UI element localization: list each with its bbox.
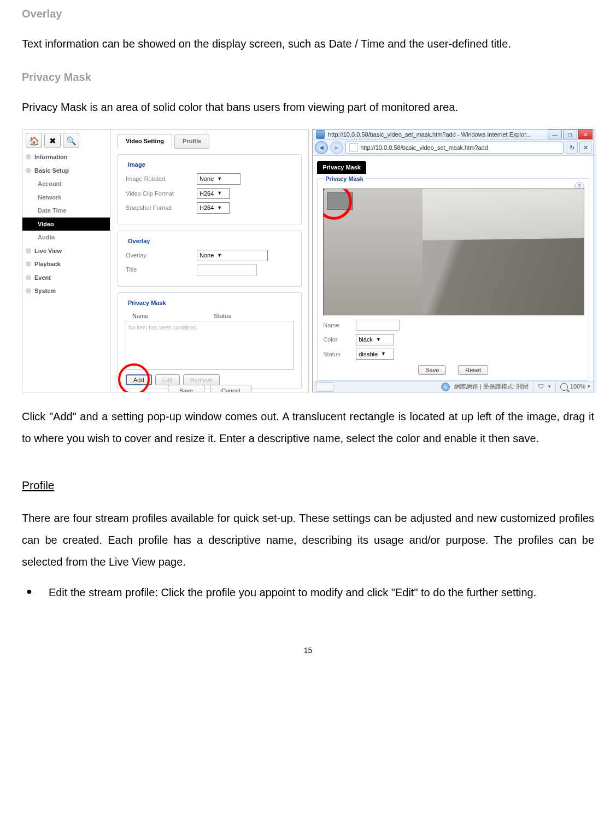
- back-button[interactable]: ◄: [315, 141, 328, 154]
- pm-save-button[interactable]: Save: [418, 365, 446, 375]
- security-icon: 🛡: [538, 382, 544, 391]
- chevron-down-icon: ▼: [381, 350, 386, 358]
- empty-message: No item has been contained.: [128, 325, 198, 331]
- pm-reset-button[interactable]: Reset: [458, 365, 488, 375]
- mask-status-col: Status: [214, 312, 231, 321]
- sidebar-item-network[interactable]: Network: [22, 191, 110, 204]
- sidebar-label: Audio: [38, 233, 55, 242]
- tools-button[interactable]: ✖: [44, 133, 61, 148]
- address-field[interactable]: http://10.0.0.58/basic_video_set_mask.ht…: [345, 142, 564, 154]
- status-pane-icon: [316, 382, 333, 392]
- sidebar-label: System: [34, 286, 56, 296]
- select-value: H264: [200, 203, 214, 213]
- add-button[interactable]: Add: [126, 374, 152, 385]
- camera-preview[interactable]: [323, 189, 584, 315]
- bullet-icon: ●: [26, 584, 32, 600]
- mask-legend: Privacy Mask: [126, 298, 168, 308]
- sidebar-label: Playback: [34, 260, 61, 269]
- sidebar-item-account[interactable]: Account: [22, 177, 110, 191]
- sidebar-item-date-time[interactable]: Date Time: [22, 204, 110, 218]
- select-value: None: [200, 251, 214, 260]
- pm-name-input[interactable]: [356, 320, 400, 331]
- sidebar-item-information[interactable]: Information: [22, 150, 110, 164]
- sidebar-label: Network: [38, 193, 61, 202]
- privacy-mask-fieldset: Privacy Mask ? Name C: [317, 178, 589, 381]
- overlay-fieldset: Overlay Overlay None▼ Title: [118, 231, 302, 287]
- home-button[interactable]: 🏠: [26, 133, 42, 148]
- sidebar-label: Live View: [34, 246, 62, 256]
- after-shots-text: Click "Add" and a setting pop-up window …: [22, 406, 594, 449]
- overlay-legend: Overlay: [126, 237, 152, 246]
- mask-rectangle[interactable]: [327, 192, 353, 210]
- bullet-icon: [26, 275, 31, 280]
- sidebar-item-basic-setup[interactable]: Basic Setup: [22, 164, 110, 178]
- chevron-down-icon: ▾: [588, 383, 590, 391]
- sidebar-item-playback[interactable]: Playback: [22, 257, 110, 271]
- zoom-icon: [560, 383, 568, 391]
- page-icon: [349, 143, 358, 152]
- sidebar-label: Information: [34, 152, 68, 162]
- zoom-control[interactable]: 100% ▾: [560, 382, 590, 391]
- window-title: http://10.0.0.58/basic_video_set_mask.ht…: [328, 130, 544, 139]
- maximize-button[interactable]: □: [563, 130, 577, 139]
- bullet-list: ● Edit the stream profile: Click the pro…: [22, 584, 594, 601]
- globe-icon: [441, 383, 450, 391]
- search-button[interactable]: 🔍: [63, 133, 79, 148]
- stop-button[interactable]: ✕: [579, 142, 591, 154]
- sidebar: 🏠 ✖ 🔍 Information Basic Setup Account Ne…: [22, 130, 111, 392]
- tab-profile[interactable]: Profile: [174, 134, 209, 149]
- privacy-body-text: Privacy Mask is an area of solid color t…: [22, 96, 594, 118]
- security-dropdown-icon[interactable]: ▾: [548, 383, 551, 391]
- bullet-icon: [26, 168, 31, 173]
- image-rotated-select[interactable]: None▼: [197, 173, 240, 185]
- sidebar-item-video[interactable]: Video: [22, 218, 110, 231]
- tab-video-setting[interactable]: Video Setting: [118, 134, 172, 149]
- privacy-mask-tab[interactable]: Privacy Mask: [317, 161, 366, 174]
- pm-name-label: Name: [323, 321, 356, 330]
- pm-status-label: Status: [323, 350, 356, 359]
- pm-color-label: Color: [323, 335, 356, 344]
- pm-status-select[interactable]: disable▼: [356, 349, 394, 360]
- video-clip-format-select[interactable]: H264▼: [197, 188, 230, 199]
- divider: [533, 383, 533, 391]
- ie-status-bar: 網際網路 | 受保護模式: 關閉 🛡 ▾ 100% ▾: [313, 381, 594, 392]
- pm-color-select[interactable]: black▼: [356, 334, 394, 345]
- profile-body-text: There are four stream profiles available…: [22, 507, 594, 573]
- edit-button[interactable]: Edit: [155, 374, 180, 385]
- mask-name-col: Name: [132, 312, 148, 321]
- sidebar-item-live-view[interactable]: Live View: [22, 244, 110, 258]
- divider: [555, 383, 556, 391]
- sidebar-label: Account: [38, 179, 62, 189]
- sidebar-item-audio[interactable]: Audio: [22, 231, 110, 244]
- page-number: 15: [22, 645, 594, 656]
- settings-screenshot: 🏠 ✖ 🔍 Information Basic Setup Account Ne…: [22, 129, 309, 392]
- title-input[interactable]: [197, 265, 257, 275]
- bullet-icon: [26, 248, 31, 254]
- refresh-button[interactable]: ↻: [566, 142, 578, 154]
- overlay-label: Overlay: [126, 251, 197, 260]
- ie-title-bar: http://10.0.0.58/basic_video_set_mask.ht…: [313, 130, 594, 140]
- camera-ceiling: [423, 189, 584, 249]
- video-clip-format-label: Video Clip Format: [126, 189, 197, 198]
- save-button[interactable]: Save: [168, 385, 204, 393]
- heading-profile: Profile: [22, 477, 594, 494]
- list-item-text: Edit the stream profile: Click the profi…: [49, 584, 536, 601]
- overlay-body-text: Text information can be showed on the di…: [22, 33, 594, 55]
- forward-button[interactable]: ►: [330, 141, 343, 154]
- sidebar-item-event[interactable]: Event: [22, 271, 110, 285]
- minimize-button[interactable]: —: [548, 130, 562, 139]
- sidebar-item-system[interactable]: System: [22, 284, 110, 298]
- popup-screenshot: http://10.0.0.58/basic_video_set_mask.ht…: [312, 129, 594, 392]
- mask-list-body: No item has been contained.: [126, 321, 294, 370]
- remove-button[interactable]: Remove: [183, 374, 220, 385]
- snapshot-format-select[interactable]: H264▼: [197, 202, 230, 214]
- select-value: H264: [200, 189, 214, 198]
- cancel-button[interactable]: Cancel: [210, 385, 251, 393]
- bullet-icon: [26, 261, 31, 267]
- list-item: ● Edit the stream profile: Click the pro…: [22, 584, 594, 601]
- content-panel: Video Setting Profile Image Image Rotate…: [111, 130, 308, 392]
- close-button[interactable]: ✕: [578, 130, 592, 139]
- overlay-select[interactable]: None▼: [197, 250, 268, 261]
- url-text: http://10.0.0.58/basic_video_set_mask.ht…: [360, 143, 488, 152]
- sidebar-label: Basic Setup: [34, 166, 69, 175]
